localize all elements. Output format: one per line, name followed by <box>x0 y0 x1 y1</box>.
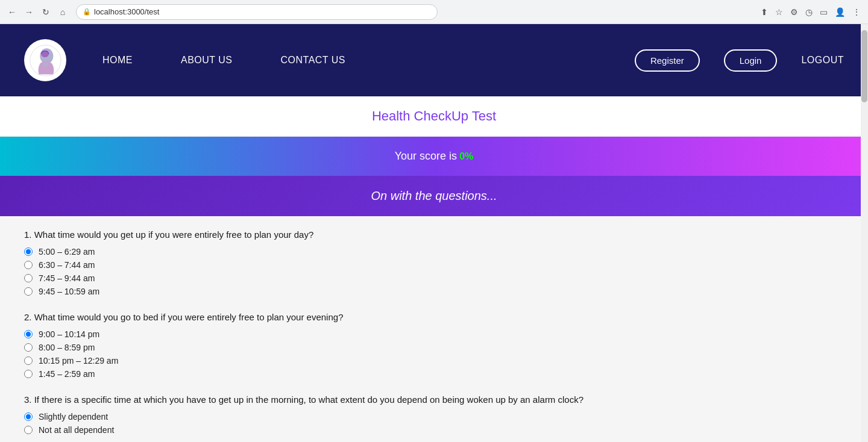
nav-home[interactable]: HOME <box>102 55 133 66</box>
score-label: Your score is <box>395 150 457 163</box>
q2-radio-a[interactable] <box>24 330 33 338</box>
home-button[interactable]: ⌂ <box>57 6 69 18</box>
scrollbar-track[interactable] <box>861 24 868 442</box>
logo <box>24 39 66 81</box>
score-value: 0% <box>459 151 473 162</box>
nav-contact[interactable]: CONTACT US <box>281 55 346 66</box>
q2-radio-b[interactable] <box>24 343 33 352</box>
question-1: 1. What time would you get up if you wer… <box>24 228 844 296</box>
nav-links: HOME ABOUT US CONTACT US <box>102 55 635 66</box>
page-wrapper: HOME ABOUT US CONTACT US Register Login … <box>0 24 868 442</box>
q2-label-a: 9:00 – 10:14 pm <box>39 329 99 339</box>
q2-label-d: 1:45 – 2:59 am <box>39 369 95 379</box>
page-title: Health CheckUp Test <box>0 108 868 124</box>
questions-intro: On with the questions... <box>13 189 855 203</box>
share-icon[interactable]: ⬆ <box>760 6 769 18</box>
question-2: 2. What time would you go to bed if you … <box>24 311 844 379</box>
logo-svg <box>29 44 62 77</box>
star-icon[interactable]: ☆ <box>774 6 784 18</box>
page-title-section: Health CheckUp Test <box>0 96 868 137</box>
login-button[interactable]: Login <box>724 49 778 72</box>
extensions-icon[interactable]: ⚙ <box>789 6 799 18</box>
question-3-text: 3. If there is a specific time at which … <box>24 393 844 406</box>
q1-option-d[interactable]: 9:45 – 10:59 am <box>24 287 844 296</box>
q2-option-d[interactable]: 1:45 – 2:59 am <box>24 369 844 379</box>
svg-rect-3 <box>43 63 47 66</box>
questions-area: 1. What time would you get up if you wer… <box>0 216 868 442</box>
q2-option-c[interactable]: 10:15 pm – 12:29 am <box>24 356 844 366</box>
url-text: localhost:3000/test <box>94 7 159 16</box>
q3-option-a[interactable]: Slightly dependent <box>24 412 844 422</box>
refresh-button[interactable]: ↻ <box>40 6 52 18</box>
q1-label-a: 5:00 – 6:29 am <box>39 247 95 257</box>
q1-radio-a[interactable] <box>24 247 33 256</box>
q3-option-b[interactable]: Not at all dependent <box>24 425 844 435</box>
back-button[interactable]: ← <box>6 6 18 18</box>
logo-inner <box>27 42 63 78</box>
history-icon[interactable]: ◷ <box>804 6 814 18</box>
lock-icon: 🔒 <box>83 8 91 16</box>
profile-icon[interactable]: 👤 <box>834 6 846 18</box>
q1-option-c[interactable]: 7:45 – 9:44 am <box>24 273 844 283</box>
q1-label-d: 9:45 – 10:59 am <box>39 287 99 296</box>
q2-option-b[interactable]: 8:00 – 8:59 pm <box>24 343 844 352</box>
score-bar: Your score is 0% <box>0 137 868 176</box>
q1-label-c: 7:45 – 9:44 am <box>39 273 95 283</box>
scrollbar-thumb[interactable] <box>861 30 867 102</box>
questions-header: On with the questions... <box>0 176 868 216</box>
question-2-text: 2. What time would you go to bed if you … <box>24 311 844 323</box>
q1-radio-c[interactable] <box>24 274 33 282</box>
browser-chrome: ← → ↻ ⌂ 🔒 localhost:3000/test ⬆ ☆ ⚙ ◷ ▭ … <box>0 0 868 24</box>
q2-option-a[interactable]: 9:00 – 10:14 pm <box>24 329 844 339</box>
q1-radio-d[interactable] <box>24 287 33 296</box>
q3-label-b: Not at all dependent <box>39 425 114 435</box>
cast-icon[interactable]: ▭ <box>819 6 829 18</box>
q1-radio-b[interactable] <box>24 261 33 269</box>
register-button[interactable]: Register <box>635 49 700 72</box>
q1-option-b[interactable]: 6:30 – 7:44 am <box>24 260 844 270</box>
forward-button[interactable]: → <box>23 6 35 18</box>
url-bar[interactable]: 🔒 localhost:3000/test <box>76 4 438 20</box>
q3-label-a: Slightly dependent <box>39 412 108 422</box>
navbar: HOME ABOUT US CONTACT US Register Login … <box>0 24 868 96</box>
q3-radio-a[interactable] <box>24 412 33 421</box>
logout-button[interactable]: LOGOUT <box>801 55 844 66</box>
q1-option-a[interactable]: 5:00 – 6:29 am <box>24 247 844 257</box>
question-3: 3. If there is a specific time at which … <box>24 393 844 435</box>
q3-radio-b[interactable] <box>24 426 33 434</box>
q2-radio-c[interactable] <box>24 356 33 365</box>
q2-label-c: 10:15 pm – 12:29 am <box>39 356 118 366</box>
browser-actions: ⬆ ☆ ⚙ ◷ ▭ 👤 ⋮ <box>760 6 862 18</box>
q2-radio-d[interactable] <box>24 370 33 378</box>
q2-label-b: 8:00 – 8:59 pm <box>39 343 95 352</box>
question-1-text: 1. What time would you get up if you wer… <box>24 228 844 241</box>
nav-actions: Register Login LOGOUT <box>635 49 844 72</box>
nav-about[interactable]: ABOUT US <box>181 55 233 66</box>
menu-icon[interactable]: ⋮ <box>851 6 862 18</box>
q1-label-b: 6:30 – 7:44 am <box>39 260 95 270</box>
